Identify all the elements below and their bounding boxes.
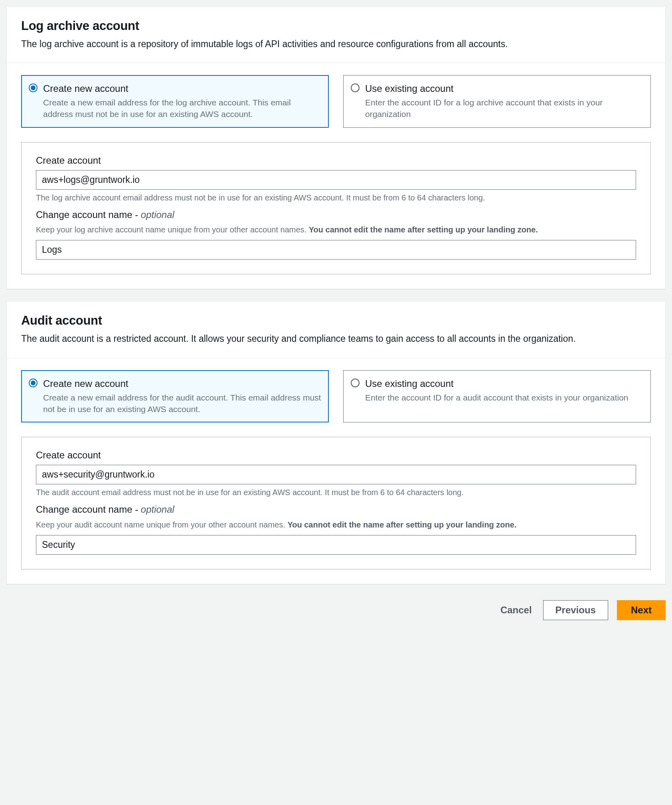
- option-title: Create new account: [43, 82, 321, 96]
- option-description: Enter the account ID for a log archive a…: [365, 97, 643, 120]
- log-archive-panel: Log archive account The log archive acco…: [6, 6, 666, 289]
- log-archive-option-existing[interactable]: Use existing account Enter the account I…: [343, 75, 651, 128]
- log-archive-body: Create new account Create a new email ad…: [7, 63, 665, 289]
- radio-icon: [29, 83, 38, 92]
- audit-email-hint: The audit account email address must not…: [36, 487, 636, 498]
- log-archive-name-label: Change account name - optional: [36, 208, 636, 222]
- cancel-button[interactable]: Cancel: [498, 601, 534, 620]
- option-description: Create a new email address for the audit…: [43, 392, 321, 415]
- option-title: Use existing account: [365, 377, 629, 391]
- log-archive-option-create[interactable]: Create new account Create a new email ad…: [21, 75, 329, 128]
- radio-icon: [351, 379, 360, 387]
- footer-actions: Cancel Previous Next: [6, 600, 666, 620]
- audit-name-input[interactable]: [36, 535, 636, 555]
- audit-description: The audit account is a restricted accoun…: [21, 332, 651, 345]
- audit-form: Create account The audit account email a…: [21, 437, 651, 569]
- audit-email-label: Create account: [36, 448, 636, 462]
- audit-name-hint: Keep your audit account name unique from…: [36, 519, 636, 530]
- audit-body: Create new account Create a new email ad…: [7, 358, 665, 584]
- next-button[interactable]: Next: [617, 600, 666, 620]
- audit-panel: Audit account The audit account is a res…: [6, 301, 666, 584]
- audit-option-row: Create new account Create a new email ad…: [21, 370, 651, 423]
- audit-header: Audit account The audit account is a res…: [7, 301, 665, 358]
- option-description: Create a new email address for the log a…: [43, 97, 321, 120]
- log-archive-email-label: Create account: [36, 154, 636, 168]
- log-archive-title: Log archive account: [21, 17, 651, 35]
- audit-title: Audit account: [21, 312, 651, 330]
- log-archive-name-hint: Keep your log archive account name uniqu…: [36, 224, 636, 235]
- log-archive-form: Create account The log archive account e…: [21, 142, 651, 275]
- option-title: Use existing account: [365, 82, 643, 96]
- audit-name-label: Change account name - optional: [36, 503, 636, 517]
- previous-button[interactable]: Previous: [543, 600, 608, 620]
- option-description: Enter the account ID for a audit account…: [365, 392, 629, 403]
- log-archive-description: The log archive account is a repository …: [21, 38, 651, 51]
- audit-option-existing[interactable]: Use existing account Enter the account I…: [343, 370, 651, 423]
- option-title: Create new account: [43, 377, 321, 391]
- log-archive-email-hint: The log archive account email address mu…: [36, 192, 636, 203]
- log-archive-header: Log archive account The log archive acco…: [7, 7, 665, 63]
- radio-icon: [29, 379, 38, 387]
- audit-option-create[interactable]: Create new account Create a new email ad…: [21, 370, 329, 423]
- audit-email-input[interactable]: [36, 465, 636, 484]
- log-archive-name-input[interactable]: [36, 240, 636, 260]
- log-archive-option-row: Create new account Create a new email ad…: [21, 75, 651, 128]
- radio-icon: [351, 83, 360, 92]
- log-archive-email-input[interactable]: [36, 170, 636, 190]
